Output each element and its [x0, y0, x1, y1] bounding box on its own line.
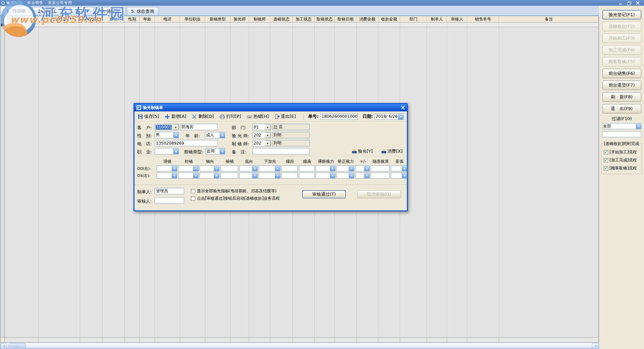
- minimize-icon[interactable]: [619, 1, 623, 5]
- chevron-down-icon[interactable]: [172, 166, 177, 171]
- scroll-left-icon[interactable]: [1, 343, 7, 348]
- rx-input-cell[interactable]: [220, 165, 238, 171]
- auditor-field[interactable]: [155, 197, 184, 204]
- column-header[interactable]: 取镜状态: [315, 16, 335, 22]
- tab-4[interactable]: 4. 待取镜: [95, 7, 125, 15]
- rx-combo-cell[interactable]: [239, 165, 258, 171]
- delete-button[interactable]: 删除[D]: [192, 113, 214, 119]
- dept-code-combo[interactable]: 01: [253, 124, 271, 130]
- chevron-down-icon[interactable]: [214, 166, 219, 171]
- dialog-close-icon[interactable]: [399, 105, 405, 110]
- column-header[interactable]: 单据状态: [80, 16, 103, 22]
- order-no-input[interactable]: 180626000010001: [320, 113, 358, 120]
- add-button[interactable]: 新增[A]: [165, 113, 186, 119]
- column-header[interactable]: 制单人: [427, 16, 447, 22]
- maker-code-combo[interactable]: 202: [253, 140, 271, 146]
- glasses-type-combo[interactable]: 近用: [206, 148, 225, 154]
- occupation-combo[interactable]: [155, 148, 179, 154]
- column-header[interactable]: 选镜状态: [270, 16, 293, 22]
- chevron-down-icon[interactable]: [349, 173, 354, 178]
- chevron-down-icon[interactable]: [275, 173, 280, 178]
- approve-button[interactable]: 审核通过(T): [302, 190, 346, 198]
- column-header[interactable]: 审核人: [447, 16, 467, 22]
- column-header[interactable]: 消费金额: [357, 16, 378, 22]
- checkbox-icon[interactable]: [191, 196, 195, 201]
- column-header[interactable]: 取镜日期: [335, 16, 357, 22]
- chevron-down-icon[interactable]: [330, 173, 335, 178]
- optometrist-code-combo[interactable]: 202: [253, 132, 271, 138]
- hotkey-button[interactable]: 热键[H]: [247, 113, 269, 119]
- rx-combo-cell[interactable]: [316, 172, 335, 179]
- customer-code-combo[interactable]: 310001: [155, 124, 179, 130]
- rx-combo-cell[interactable]: [178, 165, 199, 171]
- phone-input[interactable]: 13502089269: [155, 140, 218, 146]
- date-select[interactable]: 2018/ 6/26: [375, 113, 404, 120]
- rx-combo-cell[interactable]: [336, 165, 354, 171]
- optometry-button[interactable]: 验光[Y]: [352, 148, 373, 154]
- rx-combo-cell[interactable]: [239, 172, 258, 179]
- chevron-down-icon[interactable]: [172, 173, 177, 178]
- rx-combo-cell[interactable]: [391, 172, 407, 179]
- chevron-down-icon[interactable]: [398, 114, 403, 119]
- column-header[interactable]: 眼镜类型: [205, 16, 230, 22]
- dropdown-arrow-icon[interactable]: [265, 132, 270, 138]
- rx-combo-cell[interactable]: [355, 165, 370, 171]
- column-header[interactable]: 部门: [400, 16, 427, 22]
- rx-combo-cell[interactable]: [336, 172, 354, 179]
- restore-icon[interactable]: [627, 1, 631, 5]
- rx-input-cell[interactable]: [371, 172, 390, 179]
- chevron-down-icon[interactable]: [193, 173, 198, 178]
- rx-combo-cell[interactable]: [391, 165, 407, 171]
- rx-input-cell[interactable]: [281, 172, 298, 179]
- rx-combo-cell[interactable]: [157, 165, 177, 171]
- side-button-f7[interactable]: 前台退货(F7): [602, 81, 641, 90]
- tab-3[interactable]: 3. 加工中: [64, 7, 94, 15]
- chevron-down-icon[interactable]: [349, 166, 354, 171]
- checkbox-icon[interactable]: [604, 166, 608, 170]
- rx-combo-cell[interactable]: [355, 172, 370, 179]
- side-button-f8[interactable]: 刷 新(F8): [602, 92, 641, 102]
- checkbox-icon[interactable]: [604, 158, 608, 162]
- rx-input-cell[interactable]: [371, 165, 390, 171]
- side-button-f5[interactable]: 顾客取镜(F5): [602, 57, 641, 66]
- rx-combo-cell[interactable]: [200, 172, 219, 179]
- checkbox-icon[interactable]: [191, 189, 195, 193]
- chevron-down-icon[interactable]: [173, 148, 178, 154]
- dropdown-arrow-icon[interactable]: [265, 124, 270, 130]
- column-header[interactable]: 登记日期: [39, 16, 80, 22]
- customer-name-input[interactable]: 郭海宾: [180, 124, 218, 130]
- column-header[interactable]: 验光师: [230, 16, 249, 22]
- column-header[interactable]: 制镜师: [249, 16, 270, 22]
- side-button-f3[interactable]: 开始加工(F3): [602, 34, 641, 43]
- tab-1[interactable]: 1. 待选镜: [1, 6, 31, 15]
- rx-combo-cell[interactable]: [316, 165, 335, 171]
- side-button-f6[interactable]: 前台销售(F6): [602, 69, 641, 78]
- rx-input-cell[interactable]: [220, 172, 238, 179]
- side-button-f2[interactable]: 选镜收款(F2): [602, 22, 641, 31]
- column-header[interactable]: 验光单号: [5, 16, 39, 22]
- scroll-right-icon[interactable]: [592, 343, 598, 348]
- chevron-down-icon[interactable]: [252, 166, 257, 171]
- gender-combo[interactable]: 男: [155, 132, 179, 138]
- remark-input[interactable]: [253, 148, 310, 154]
- consume-button[interactable]: 消费[X]: [381, 148, 402, 154]
- rx-input-cell[interactable]: [299, 165, 315, 171]
- chevron-down-icon[interactable]: [220, 132, 225, 138]
- side-button-f4[interactable]: 加工完成(F4): [602, 45, 641, 55]
- chevron-down-icon[interactable]: [252, 173, 257, 178]
- chevron-down-icon[interactable]: [364, 166, 369, 171]
- chevron-down-icon[interactable]: [402, 166, 407, 171]
- grid-current-row[interactable]: [0, 22, 599, 27]
- rx-input-cell[interactable]: [281, 165, 298, 171]
- rx-combo-cell[interactable]: [178, 172, 199, 179]
- dropdown-arrow-icon[interactable]: [173, 124, 178, 130]
- filter-input[interactable]: [602, 131, 641, 137]
- tab-2[interactable]: 2. 待加工: [32, 7, 62, 15]
- rx-combo-cell[interactable]: [259, 172, 280, 179]
- save-button[interactable]: 保存[S]: [138, 113, 159, 119]
- exit-button[interactable]: 退出[E]: [275, 113, 296, 119]
- column-header[interactable]: 姓名: [103, 16, 125, 22]
- chevron-down-icon[interactable]: [364, 173, 369, 178]
- filter-select[interactable]: 全部: [602, 123, 641, 129]
- rx-input-cell[interactable]: [299, 172, 315, 179]
